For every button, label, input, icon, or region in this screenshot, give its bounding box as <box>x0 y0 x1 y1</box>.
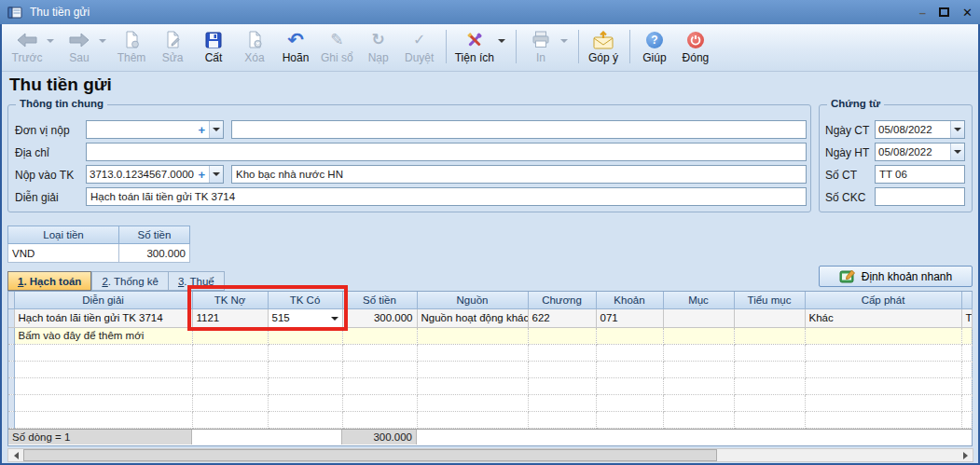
prev-button[interactable]: Trước <box>7 28 58 66</box>
address-field[interactable] <box>86 143 807 161</box>
cell-clause[interactable]: 071 <box>596 308 663 327</box>
dropdown-button[interactable] <box>950 121 964 138</box>
dropdown-button[interactable] <box>950 144 964 160</box>
payer-name-field[interactable] <box>231 120 807 139</box>
col-header-chapter[interactable]: Chương <box>528 292 596 308</box>
grid-header-row: Diễn giải TK Nợ TK Có Số tiền Nguồn Chươ… <box>8 292 972 308</box>
row-count-label: Số dòng = 1 <box>8 430 192 444</box>
col-header-description[interactable]: Diễn giải <box>14 292 192 308</box>
empty-row <box>8 411 972 428</box>
empty-row <box>8 361 972 377</box>
window-title: Thu tiền gửi <box>30 6 90 19</box>
maximize-button[interactable] <box>939 7 949 17</box>
edit-document-icon <box>164 30 181 50</box>
toolbar-separator <box>578 30 579 63</box>
col-header-clause[interactable]: Khoản <box>596 292 663 308</box>
scroll-right-button[interactable] <box>958 449 973 461</box>
account-name-field[interactable]: Kho bạc nhà nước HN <box>231 165 807 184</box>
edit-button[interactable]: Sửa <box>153 28 192 66</box>
next-button[interactable]: Sau <box>60 28 110 66</box>
feedback-button[interactable]: Góp ý <box>584 28 623 66</box>
deposit-account-label: Nộp vào TK <box>15 169 74 182</box>
app-icon <box>7 7 22 19</box>
feedback-envelope-icon <box>592 30 614 50</box>
currency-cell[interactable]: VND <box>7 244 119 263</box>
close-form-button[interactable]: Đóng <box>676 28 715 66</box>
posting-date-picker[interactable]: 05/08/2022 <box>875 143 965 161</box>
scroll-left-button[interactable] <box>8 449 23 461</box>
voucher-date-label: Ngày CT <box>825 124 869 137</box>
total-amount: 300.000 <box>342 430 417 444</box>
currency-table: Loại tiền Số tiền VND 300.000 <box>7 226 190 263</box>
add-row-hint[interactable]: Bấm vào đây để thêm mới <box>8 327 972 344</box>
dropdown-caret-icon[interactable] <box>47 39 54 43</box>
close-button[interactable]: ✕ <box>962 7 973 19</box>
horizontal-scrollbar[interactable] <box>7 448 973 462</box>
chevron-down-icon <box>213 128 220 131</box>
col-header-allocation[interactable]: Cấp phát <box>805 292 961 308</box>
cell-allocation[interactable]: Khác <box>805 308 961 327</box>
amount-header: Số tiền <box>119 226 190 244</box>
voucher-date-picker[interactable]: 05/08/2022 <box>875 120 965 139</box>
empty-row <box>8 394 972 411</box>
tools-icon <box>465 30 484 50</box>
voucher-number-field[interactable]: TT 06 <box>875 165 965 184</box>
address-label: Địa chỉ <box>15 146 49 159</box>
post-button[interactable]: ✎ Ghi sổ <box>317 28 357 66</box>
grid-summary-row: Số dòng = 1 300.000 <box>8 429 972 444</box>
tab-thong-ke[interactable]: 2. Thống kê <box>91 271 168 291</box>
payer-combo[interactable]: + <box>86 120 224 139</box>
arrow-right-icon <box>69 30 90 50</box>
dropdown-caret-icon[interactable] <box>498 39 505 43</box>
add-button[interactable]: Thêm <box>112 28 151 66</box>
cell-subitem[interactable] <box>734 308 805 327</box>
title-bar: Thu tiền gửi – ✕ <box>0 0 980 24</box>
power-icon <box>687 32 704 48</box>
undo-button[interactable]: ↶ Hoãn <box>276 28 315 66</box>
dropdown-caret-icon[interactable] <box>560 39 568 43</box>
scrollbar-track[interactable] <box>717 449 958 461</box>
deposit-account-combo[interactable]: 3713.0.1234567.0000 + <box>86 165 224 184</box>
cell-source[interactable]: Nguồn hoạt động khác <box>417 308 528 327</box>
undo-arrow-icon: ↶ <box>287 30 304 50</box>
ckc-number-field[interactable] <box>875 187 965 206</box>
dropdown-button[interactable] <box>209 121 223 138</box>
highlight-box <box>187 285 348 331</box>
description-field[interactable]: Hạch toán lãi tiền gửi TK 3714 <box>86 187 807 206</box>
chevron-down-icon <box>954 150 961 154</box>
posting-date-label: Ngày HT <box>825 146 869 159</box>
approve-button[interactable]: ✓ Duyệt <box>400 28 439 66</box>
grid-row-1: Hạch toán lãi tiền gửi TK 3714 1121 515 … <box>8 308 972 327</box>
page-title: Thu tiền gửi <box>9 75 112 95</box>
cell-chapter[interactable]: 622 <box>528 308 596 327</box>
col-header-subitem[interactable]: Tiểu mục <box>734 292 805 308</box>
save-button[interactable]: Cất <box>194 28 233 66</box>
tab-hach-toan[interactable]: 1. Hạch toán <box>7 271 91 291</box>
quick-entry-button[interactable]: Định khoản nhanh <box>819 266 973 287</box>
amount-cell[interactable]: 300.000 <box>119 244 190 263</box>
cell-description[interactable]: Hạch toán lãi tiền gửi TK 3714 <box>14 308 192 327</box>
reload-button[interactable]: ↻ Nạp <box>359 28 398 66</box>
delete-button[interactable]: Xóa <box>235 28 274 66</box>
dropdown-caret-icon[interactable] <box>99 39 106 43</box>
empty-row <box>8 377 972 394</box>
col-header-item[interactable]: Mục <box>663 292 734 308</box>
minimize-button[interactable]: – <box>919 7 926 19</box>
add-new-icon[interactable]: + <box>198 123 209 137</box>
cell-amount[interactable]: 300.000 <box>342 308 417 327</box>
print-button[interactable]: In <box>521 28 572 66</box>
col-header-amount[interactable]: Số tiền <box>342 292 417 308</box>
scrollbar-thumb[interactable] <box>23 449 717 461</box>
col-header-source[interactable]: Nguồn <box>417 292 528 308</box>
cell-item[interactable] <box>663 308 734 327</box>
pencil-icon: ✎ <box>330 30 343 50</box>
utilities-button[interactable]: Tiện ích <box>451 28 509 66</box>
quick-entry-icon <box>839 269 856 283</box>
dropdown-button[interactable] <box>209 166 223 183</box>
toolbar-separator <box>629 30 630 63</box>
help-button[interactable]: ? Giúp <box>635 28 674 66</box>
chevron-down-icon <box>954 128 961 131</box>
add-new-icon[interactable]: + <box>198 168 209 182</box>
delete-document-icon <box>246 30 263 50</box>
floppy-disk-icon <box>205 30 222 50</box>
